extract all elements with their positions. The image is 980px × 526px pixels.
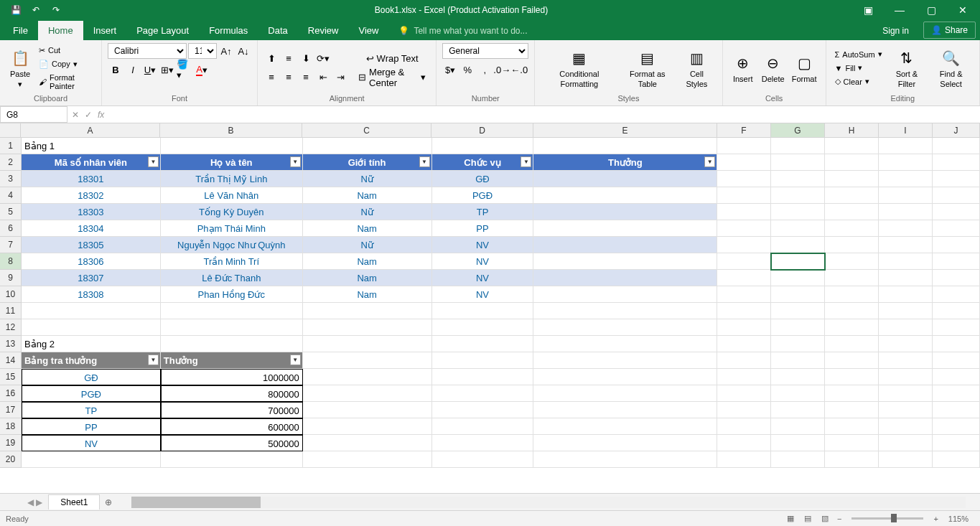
filter-dropdown-icon[interactable]: ▼ <box>290 354 301 365</box>
cell[interactable] <box>879 402 933 418</box>
cell[interactable] <box>771 319 825 336</box>
cell[interactable] <box>303 352 432 369</box>
cell[interactable] <box>771 270 825 286</box>
cell[interactable]: Phạm Thái Minh <box>161 220 303 237</box>
cell[interactable]: NV <box>432 286 534 303</box>
row-header[interactable]: 17 <box>0 402 22 418</box>
cell[interactable]: Thưởng▼ <box>161 352 303 369</box>
cell[interactable] <box>533 286 717 303</box>
share-button[interactable]: 👤Share <box>923 22 976 39</box>
maximize-icon[interactable]: ▢ <box>917 0 946 20</box>
cell[interactable] <box>879 369 933 385</box>
row-header[interactable]: 12 <box>0 319 22 336</box>
cell[interactable] <box>933 451 980 468</box>
minimize-icon[interactable]: — <box>885 0 914 20</box>
tab-home[interactable]: Home <box>38 21 83 40</box>
border-button[interactable]: ⊞▾ <box>159 62 175 78</box>
cell[interactable] <box>717 253 771 270</box>
font-color-button[interactable]: A▾ <box>194 62 210 78</box>
cell[interactable]: Nam <box>303 253 432 270</box>
comma-icon[interactable]: , <box>477 62 493 78</box>
cell[interactable]: Bảng 2 <box>22 336 161 352</box>
cell[interactable] <box>933 204 980 220</box>
cell[interactable]: Nam <box>303 270 432 286</box>
cell[interactable]: TP <box>432 204 534 220</box>
redo-icon[interactable]: ↷ <box>49 3 63 17</box>
column-header-E[interactable]: E <box>533 123 717 137</box>
cell[interactable]: 800000 <box>161 385 303 402</box>
row-header[interactable]: 5 <box>0 204 22 220</box>
cell[interactable] <box>303 402 432 418</box>
row-header[interactable]: 10 <box>0 286 22 303</box>
paste-button[interactable]: 📋Paste▾ <box>6 45 34 90</box>
cell[interactable] <box>303 336 432 352</box>
cell[interactable] <box>303 303 432 319</box>
cell[interactable]: TP <box>22 402 161 418</box>
decrease-indent-icon[interactable]: ⇤ <box>315 70 331 85</box>
tab-review[interactable]: Review <box>298 21 349 40</box>
cell[interactable]: Nam <box>303 187 432 204</box>
decrease-decimal-icon[interactable]: ←.0 <box>511 62 527 78</box>
cell[interactable]: 18303 <box>22 204 161 220</box>
cell[interactable] <box>771 352 825 369</box>
fx-icon[interactable]: fx <box>98 110 104 120</box>
cell[interactable]: NV <box>432 237 534 253</box>
cell[interactable] <box>879 220 933 237</box>
cell[interactable]: PGĐ <box>432 187 534 204</box>
cell[interactable]: 18305 <box>22 237 161 253</box>
cell[interactable] <box>771 303 825 319</box>
cell[interactable] <box>533 303 717 319</box>
cell[interactable]: Bảng 1 <box>22 138 161 154</box>
cell[interactable] <box>825 385 879 402</box>
cell[interactable] <box>771 418 825 435</box>
cell[interactable]: 600000 <box>161 418 303 435</box>
cell[interactable]: 18301 <box>22 171 161 187</box>
cell[interactable] <box>432 303 534 319</box>
cell[interactable] <box>879 303 933 319</box>
cell[interactable] <box>771 385 825 402</box>
row-header[interactable]: 6 <box>0 220 22 237</box>
column-header-C[interactable]: C <box>302 123 431 137</box>
cell[interactable]: Nữ <box>303 237 432 253</box>
cell[interactable] <box>432 352 534 369</box>
filter-dropdown-icon[interactable]: ▼ <box>148 354 159 365</box>
cell[interactable]: Nam <box>303 286 432 303</box>
filter-dropdown-icon[interactable]: ▼ <box>419 156 430 167</box>
cell[interactable] <box>771 171 825 187</box>
cell[interactable] <box>717 369 771 385</box>
merge-center-button[interactable]: ⊟Merge & Center▾ <box>354 70 430 85</box>
cell[interactable] <box>879 385 933 402</box>
cell[interactable] <box>161 303 303 319</box>
cell[interactable] <box>533 418 717 435</box>
cell[interactable] <box>933 369 980 385</box>
cell[interactable]: Lê Văn Nhân <box>161 187 303 204</box>
cell[interactable] <box>879 187 933 204</box>
cell[interactable] <box>717 237 771 253</box>
row-header[interactable]: 18 <box>0 418 22 435</box>
cell[interactable] <box>825 352 879 369</box>
cell-styles-button[interactable]: ▥Cell Styles <box>677 45 717 90</box>
cell[interactable] <box>825 187 879 204</box>
tab-view[interactable]: View <box>348 21 388 40</box>
cell[interactable]: Bảng tra thưởng▼ <box>22 352 161 369</box>
cell[interactable] <box>771 220 825 237</box>
cell[interactable] <box>303 319 432 336</box>
cell[interactable] <box>533 237 717 253</box>
cell[interactable] <box>933 187 980 204</box>
cell[interactable] <box>879 418 933 435</box>
cell[interactable] <box>879 154 933 171</box>
column-header-D[interactable]: D <box>431 123 533 137</box>
cell[interactable] <box>879 336 933 352</box>
filter-dropdown-icon[interactable]: ▼ <box>148 156 159 167</box>
cell[interactable] <box>771 336 825 352</box>
cell[interactable] <box>933 385 980 402</box>
cell[interactable] <box>533 270 717 286</box>
cell[interactable] <box>161 336 303 352</box>
cell[interactable] <box>825 237 879 253</box>
cell[interactable] <box>533 336 717 352</box>
cell[interactable] <box>432 138 534 154</box>
cell[interactable] <box>717 187 771 204</box>
wrap-text-button[interactable]: ↩Wrap Text <box>354 51 430 67</box>
cell[interactable] <box>717 270 771 286</box>
cell[interactable]: Trần Minh Trí <box>161 253 303 270</box>
